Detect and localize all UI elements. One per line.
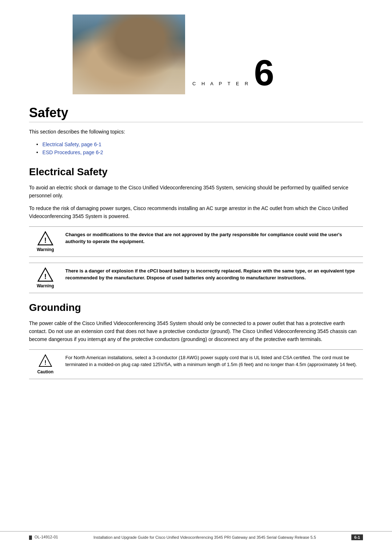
svg-rect-2 — [73, 51, 185, 94]
svg-rect-3 — [73, 15, 185, 69]
svg-point-7 — [103, 63, 155, 94]
svg-point-11 — [117, 41, 140, 54]
page-container: C H A P T E R 6 Safety This section desc… — [0, 0, 392, 554]
warning-triangle-icon-2: ! — [37, 267, 53, 282]
warning-text-2: There is a danger of explosion if the cP… — [65, 267, 363, 282]
chapter-image — [73, 15, 185, 94]
warning-text-1: Changes or modifications to the device t… — [65, 231, 363, 245]
svg-rect-0 — [73, 15, 185, 94]
warning-text-content-1: Changes or modifications to the device t… — [65, 232, 342, 245]
toc-item-2: ESD Procedures, page 6-2 — [36, 149, 363, 155]
warning-label-1: Warning — [37, 247, 54, 252]
warning-text-content-2: There is a danger of explosion if the cP… — [65, 268, 355, 281]
footer-center: Installation and Upgrade Guide for Cisco… — [58, 535, 351, 539]
title-divider — [29, 122, 363, 122]
warning-block-2: ! Warning There is a danger of explosion… — [29, 263, 363, 293]
intro-text: This section describes the following top… — [29, 128, 363, 136]
header-area: C H A P T E R 6 — [0, 0, 392, 94]
chapter-label: C H A P T E R — [192, 81, 250, 91]
caution-text-content: For North American installations, select… — [65, 355, 357, 368]
svg-text:!: ! — [44, 359, 46, 366]
page-title: Safety — [29, 105, 363, 120]
grounding-section: Grounding The power cable of the Cisco U… — [29, 302, 363, 379]
toc-link-esd[interactable]: ESD Procedures, page 6-2 — [42, 149, 103, 155]
svg-point-6 — [103, 62, 154, 94]
caution-block: ! Caution For North American installatio… — [29, 349, 363, 379]
electrical-safety-para1: To avoid an electric shock or damage to … — [29, 184, 363, 200]
electrical-safety-para2: To reduce the risk of damaging power sur… — [29, 204, 363, 221]
caution-triangle-icon: ! — [38, 354, 52, 368]
svg-rect-1 — [73, 15, 185, 58]
svg-rect-5 — [113, 18, 142, 54]
caution-text: For North American installations, select… — [65, 354, 363, 368]
svg-rect-4 — [80, 18, 109, 54]
svg-rect-9 — [125, 65, 132, 73]
toc-list: Electrical Safety, page 6-1 ESD Procedur… — [36, 141, 363, 155]
svg-text:!: ! — [44, 272, 47, 280]
electrical-safety-heading: Electrical Safety — [29, 166, 363, 178]
content-area: This section describes the following top… — [0, 128, 392, 379]
warning-icon-area-1: ! Warning — [29, 231, 65, 252]
svg-marker-10 — [122, 68, 136, 78]
chapter-label-area: C H A P T E R 6 — [185, 54, 274, 94]
grounding-para1: The power cable of the Cisco Unified Vid… — [29, 319, 363, 344]
warning-triangle-icon-1: ! — [37, 231, 53, 246]
grounding-heading: Grounding — [29, 302, 363, 313]
toc-link-electrical[interactable]: Electrical Safety, page 6-1 — [42, 141, 101, 147]
footer-right: 6-1 — [351, 534, 363, 540]
footer: OL-14912-01 Installation and Upgrade Gui… — [0, 531, 392, 543]
svg-text:!: ! — [44, 236, 47, 244]
toc-item-1: Electrical Safety, page 6-1 — [36, 141, 363, 147]
svg-point-8 — [117, 41, 140, 67]
warning-label-2: Warning — [37, 283, 54, 288]
caution-label: Caution — [37, 369, 54, 374]
footer-left: OL-14912-01 — [29, 535, 58, 539]
title-container: Safety — [0, 102, 392, 122]
caution-icon-area: ! Caution — [29, 354, 65, 374]
svg-point-12 — [121, 47, 137, 66]
chapter-number: 6 — [254, 54, 274, 91]
warning-icon-area-2: ! Warning — [29, 267, 65, 288]
warning-block-1: ! Warning Changes or modifications to th… — [29, 226, 363, 257]
